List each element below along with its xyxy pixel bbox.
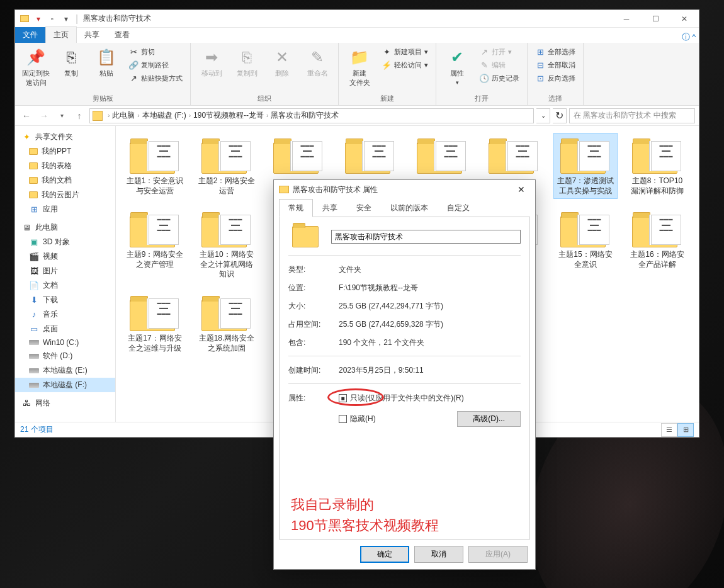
bc-dropdown-button[interactable]: ⌄: [536, 108, 550, 123]
copy-to-button[interactable]: ⎘复制到: [231, 45, 263, 78]
folder-item[interactable]: ▬▬▬▬▬▬▬▬主题1：安全意识与安全运营: [123, 133, 186, 198]
sidebar-item[interactable]: 📄文档: [15, 278, 115, 293]
folder-thumb: ▬▬▬▬▬▬▬▬: [489, 136, 539, 174]
close-button[interactable]: ✕: [670, 10, 699, 28]
sidebar-item[interactable]: 我的表格: [15, 159, 115, 173]
sidebar-pc[interactable]: 🖥此电脑: [15, 220, 115, 235]
sidebar-item[interactable]: 我的云图片: [15, 188, 115, 202]
pin-button[interactable]: 📌固定到快 速访问: [20, 45, 52, 88]
tab-file[interactable]: 文件: [15, 27, 45, 43]
sidebar-network[interactable]: 🖧网络: [15, 396, 115, 410]
search-input[interactable]: 在 黑客攻击和防守技术 中搜索: [569, 108, 695, 123]
props-close-button[interactable]: ✕: [512, 182, 530, 197]
breadcrumb[interactable]: › 此电脑› 本地磁盘 (F:)› 190节视频教程--龙哥› 黑客攻击和防守技…: [89, 108, 534, 123]
nav-fwd-button[interactable]: →: [37, 108, 52, 123]
paste-shortcut-button[interactable]: ↗粘贴快捷方式: [126, 72, 185, 84]
qat-dropdown-icon[interactable]: ▾: [60, 13, 72, 25]
view-details-button[interactable]: ☰: [661, 423, 677, 437]
folder-item[interactable]: ▬▬▬▬▬▬▬▬主题18.网络安全之系统加固: [195, 291, 258, 356]
sidebar-item[interactable]: 我的文档: [15, 173, 115, 188]
nav-recent-button[interactable]: ▾: [54, 108, 69, 123]
folder-name-input[interactable]: [331, 230, 521, 244]
sidebar-item[interactable]: 本地磁盘 (F:): [15, 378, 115, 392]
sidebar-item[interactable]: ▭桌面: [15, 322, 115, 336]
sidebar-item[interactable]: 我的PPT: [15, 144, 115, 159]
folder-name: 主题10：网络安全之计算机网络知识: [198, 250, 256, 280]
nav-back-button[interactable]: ←: [19, 108, 34, 123]
maximize-button[interactable]: ☐: [641, 10, 670, 28]
ribbon-toggle-icon[interactable]: ⓘ ^: [681, 31, 696, 43]
qat-undo-icon[interactable]: ▫: [47, 13, 58, 25]
minimize-button[interactable]: ─: [612, 10, 641, 28]
folder-item[interactable]: ▬▬▬▬▬▬▬▬主题17：网络安全之运维与升级: [123, 291, 186, 356]
sidebar-item[interactable]: 🖼图片: [15, 264, 115, 278]
folder-item[interactable]: ▬▬▬▬▬▬▬▬主题2：网络安全运营: [195, 133, 258, 198]
disk-icon: [29, 340, 39, 345]
disk-icon: [29, 383, 39, 388]
tab-home[interactable]: 主页: [45, 26, 77, 43]
bc-pc[interactable]: 此电脑: [112, 110, 135, 121]
bc-p2[interactable]: 黑客攻击和防守技术: [271, 110, 339, 121]
type-value: 文件夹: [339, 264, 521, 275]
select-inv-button[interactable]: ⊡反向选择: [533, 72, 578, 84]
copy-icon: ⎘: [61, 47, 81, 67]
item-count: 21 个项目: [20, 424, 54, 435]
tab-prev[interactable]: 以前的版本: [381, 199, 438, 217]
folder-item[interactable]: ▬▬▬▬▬▬▬▬主题8：TOP10漏洞详解和防御: [626, 133, 689, 198]
folder-item[interactable]: ▬▬▬▬▬▬▬▬主题10：网络安全之计算机网络知识: [195, 207, 258, 282]
qat-save-icon[interactable]: ▾: [33, 13, 44, 25]
sidebar-item[interactable]: ▣3D 对象: [15, 235, 115, 249]
apply-button[interactable]: 应用(A): [468, 546, 528, 563]
folder-name: 主题7：渗透测试工具实操与实战: [557, 176, 614, 196]
paste-icon: 📋: [96, 47, 116, 67]
rename-button[interactable]: ✎重命名: [302, 45, 333, 78]
copy-button[interactable]: ⎘复制: [55, 45, 87, 78]
sidebar-item[interactable]: ⊞应用: [15, 202, 115, 217]
sidebar-item[interactable]: 🎬视频: [15, 249, 115, 264]
folder-thumb: ▬▬▬▬▬▬▬▬: [201, 136, 252, 174]
new-item-button[interactable]: ✦新建项目 ▾: [379, 46, 431, 57]
nav-up-button[interactable]: ↑: [72, 108, 87, 123]
props-titlebar: 黑客攻击和防守技术 属性 ✕: [274, 180, 535, 199]
folder-item[interactable]: ▬▬▬▬▬▬▬▬主题15：网络安全意识: [554, 207, 617, 282]
sidebar-item[interactable]: ♪音乐: [15, 307, 115, 322]
paste-button[interactable]: 📋粘贴: [91, 45, 122, 78]
tab-share[interactable]: 共享: [77, 27, 107, 43]
sidebar-item[interactable]: 软件 (D:): [15, 349, 115, 363]
group-organize-label: 组织: [196, 93, 333, 103]
folder-item[interactable]: ▬▬▬▬▬▬▬▬主题7：渗透测试工具实操与实战: [554, 133, 617, 198]
sidebar-item[interactable]: Win10 (C:): [15, 336, 115, 349]
tab-general[interactable]: 常规: [279, 199, 313, 217]
folder-item[interactable]: ▬▬▬▬▬▬▬▬主题9：网络安全之资产管理: [123, 207, 186, 282]
select-all-button[interactable]: ⊞全部选择: [533, 46, 578, 57]
refresh-button[interactable]: ↻: [553, 108, 567, 123]
easy-access-button[interactable]: ⚡轻松访问 ▾: [379, 59, 431, 71]
selall-icon: ⊞: [535, 47, 545, 57]
view-icons-button[interactable]: ⊞: [677, 423, 694, 437]
sidebar-item[interactable]: 本地磁盘 (E:): [15, 363, 115, 378]
tab-view[interactable]: 查看: [107, 27, 137, 43]
bc-drive[interactable]: 本地磁盘 (F:): [142, 110, 186, 121]
ok-button[interactable]: 确定: [360, 546, 409, 563]
select-none-button[interactable]: ⊟全部取消: [533, 59, 578, 71]
tab-security[interactable]: 安全: [347, 199, 381, 217]
copy-path-button[interactable]: 🔗复制路径: [126, 59, 185, 71]
folder-icon: [29, 177, 38, 184]
sidebar-quick[interactable]: ✦共享文件夹: [15, 130, 115, 144]
hidden-checkbox[interactable]: 隐藏(H): [339, 414, 376, 424]
advanced-button[interactable]: 高级(D)...: [457, 411, 521, 427]
history-button[interactable]: 🕓历史记录: [477, 72, 522, 84]
cut-button[interactable]: ✂剪切: [126, 46, 185, 57]
move-to-button[interactable]: ➡移动到: [196, 45, 227, 78]
new-folder-button[interactable]: 📁新建 文件夹: [344, 45, 375, 88]
sidebar-item[interactable]: ⬇下载: [15, 293, 115, 307]
open-button[interactable]: ↗打开 ▾: [477, 46, 522, 57]
tab-custom[interactable]: 自定义: [438, 199, 479, 217]
cancel-button[interactable]: 取消: [414, 546, 463, 563]
edit-button[interactable]: ✎编辑: [477, 59, 522, 71]
tab-share[interactable]: 共享: [313, 199, 347, 217]
delete-button[interactable]: ✕删除: [266, 45, 298, 78]
properties-button[interactable]: ✔属性▾: [441, 45, 473, 86]
folder-item[interactable]: ▬▬▬▬▬▬▬▬主题16：网络安全产品详解: [626, 207, 689, 282]
bc-p1[interactable]: 190节视频教程--龙哥: [193, 110, 264, 121]
